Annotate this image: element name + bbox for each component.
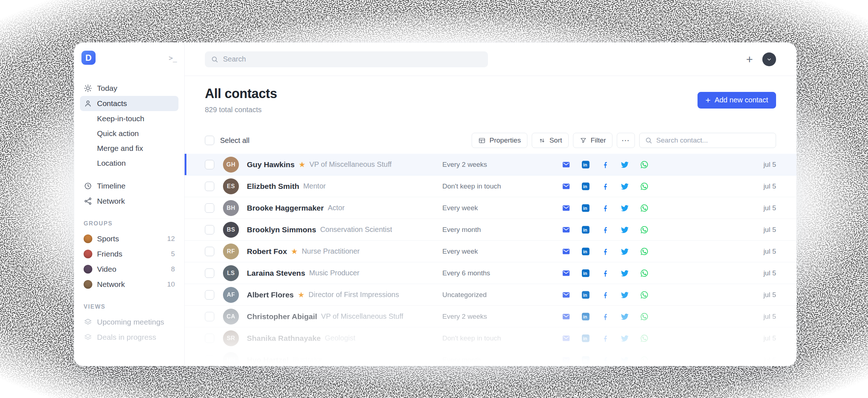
contact-row[interactable]: LS Laraina Stevens ★ Music Producer Ever…: [185, 262, 796, 284]
mail-icon[interactable]: [562, 356, 570, 364]
sidebar-item-timeline[interactable]: Timeline: [80, 178, 178, 194]
row-checkbox[interactable]: [205, 225, 214, 234]
contact-row[interactable]: CA Christopher Abigail ★ VP of Miscellan…: [185, 306, 796, 327]
mail-icon[interactable]: [562, 269, 570, 278]
row-checkbox[interactable]: [205, 312, 214, 321]
mail-icon[interactable]: [562, 182, 570, 191]
contact-row[interactable]: BH Brooke Haggermaker ★ Actor Every week…: [185, 197, 796, 219]
twitter-icon[interactable]: [620, 160, 629, 169]
whatsapp-icon[interactable]: [640, 269, 649, 278]
twitter-icon[interactable]: [620, 204, 629, 212]
more-options-button[interactable]: ⋯: [617, 133, 635, 148]
facebook-icon[interactable]: [601, 334, 610, 343]
facebook-icon[interactable]: [601, 247, 610, 256]
facebook-icon[interactable]: [601, 182, 610, 191]
contact-row[interactable]: AF Albert Flores ★ Director of First Imp…: [185, 284, 796, 306]
add-new-contact-button[interactable]: + Add new contact: [698, 92, 776, 109]
contact-row[interactable]: SR Shanika Rathnayake ★ Geologist Don't …: [185, 327, 796, 349]
linkedin-icon[interactable]: in: [581, 356, 590, 364]
row-checkbox[interactable]: [205, 182, 214, 191]
facebook-icon[interactable]: [601, 160, 610, 169]
row-checkbox[interactable]: [205, 334, 214, 343]
twitter-icon[interactable]: [620, 291, 629, 299]
facebook-icon[interactable]: [601, 291, 610, 299]
linkedin-icon[interactable]: in: [581, 225, 590, 234]
contact-row[interactable]: BS Brooklyn Simmons ★ Conservation Scien…: [185, 219, 796, 241]
whatsapp-icon[interactable]: [640, 160, 649, 169]
quick-add-button[interactable]: +: [746, 54, 753, 65]
group-item[interactable]: Friends 5: [80, 246, 178, 262]
sidebar-item-contacts[interactable]: Contacts: [80, 96, 178, 111]
facebook-icon[interactable]: [601, 356, 610, 364]
star-icon[interactable]: ★: [298, 291, 305, 298]
linkedin-icon[interactable]: in: [581, 204, 590, 212]
whatsapp-icon[interactable]: [640, 204, 649, 212]
mail-icon[interactable]: [562, 204, 570, 212]
facebook-icon[interactable]: [601, 269, 610, 278]
contact-search-input[interactable]: [656, 136, 771, 144]
mail-icon[interactable]: [562, 160, 570, 169]
sidebar-item-network[interactable]: Network: [80, 194, 178, 209]
row-checkbox[interactable]: [205, 355, 214, 365]
select-all-checkbox[interactable]: [205, 136, 214, 145]
properties-button[interactable]: Properties: [472, 133, 527, 148]
group-item[interactable]: Network 10: [80, 277, 178, 292]
sidebar-subitem[interactable]: Keep-in-touch: [80, 111, 178, 126]
linkedin-icon[interactable]: in: [581, 247, 590, 256]
row-checkbox[interactable]: [205, 268, 214, 278]
linkedin-icon[interactable]: in: [581, 182, 590, 191]
twitter-icon[interactable]: [620, 225, 629, 234]
facebook-icon[interactable]: [601, 225, 610, 234]
mail-icon[interactable]: [562, 247, 570, 256]
sidebar-subitem[interactable]: Merge and fix: [80, 141, 178, 156]
whatsapp-icon[interactable]: [640, 182, 649, 191]
twitter-icon[interactable]: [620, 247, 629, 256]
linkedin-icon[interactable]: in: [581, 312, 590, 321]
group-item[interactable]: Video 8: [80, 262, 178, 277]
whatsapp-icon[interactable]: [640, 247, 649, 256]
twitter-icon[interactable]: [620, 356, 629, 364]
star-icon[interactable]: ★: [299, 161, 306, 168]
mail-icon[interactable]: [562, 312, 570, 321]
linkedin-icon[interactable]: in: [581, 291, 590, 299]
linkedin-icon[interactable]: in: [581, 334, 590, 343]
contact-row[interactable]: GH Guy Hawkins ★ VP of Miscellaneous Stu…: [185, 154, 796, 175]
global-search[interactable]: [205, 51, 488, 67]
linkedin-icon[interactable]: in: [581, 160, 590, 169]
sidebar-subitem[interactable]: Location: [80, 156, 178, 170]
whatsapp-icon[interactable]: [640, 291, 649, 299]
twitter-icon[interactable]: [620, 182, 629, 191]
facebook-icon[interactable]: [601, 204, 610, 212]
group-item[interactable]: Sports 12: [80, 231, 178, 246]
mail-icon[interactable]: [562, 291, 570, 299]
sort-button[interactable]: Sort: [532, 133, 569, 148]
star-icon[interactable]: ★: [291, 247, 298, 255]
sidebar-item-today[interactable]: Today: [80, 81, 178, 96]
mail-icon[interactable]: [562, 225, 570, 234]
row-checkbox[interactable]: [205, 290, 214, 300]
whatsapp-icon[interactable]: [640, 356, 649, 364]
collapse-sidebar-icon[interactable]: >_: [169, 54, 177, 62]
filter-button[interactable]: Filter: [573, 133, 612, 148]
contact-row[interactable]: HH Hyo Hartzel ★ Illustrator Every month…: [185, 349, 796, 366]
app-logo[interactable]: D: [81, 51, 96, 65]
whatsapp-icon[interactable]: [640, 312, 649, 321]
facebook-icon[interactable]: [601, 312, 610, 321]
contact-row[interactable]: ES Elizbeth Smith ★ Mentor Don't keep in…: [185, 175, 796, 197]
contact-search[interactable]: [639, 133, 776, 148]
twitter-icon[interactable]: [620, 312, 629, 321]
mail-icon[interactable]: [562, 334, 570, 343]
sidebar-subitem[interactable]: Quick action: [80, 126, 178, 141]
row-checkbox[interactable]: [205, 247, 214, 256]
view-item[interactable]: Deals in progress: [80, 330, 178, 345]
global-search-input[interactable]: [223, 55, 482, 63]
row-checkbox[interactable]: [205, 203, 214, 213]
twitter-icon[interactable]: [620, 334, 629, 343]
whatsapp-icon[interactable]: [640, 225, 649, 234]
profile-menu-button[interactable]: [762, 52, 776, 66]
linkedin-icon[interactable]: in: [581, 269, 590, 278]
contact-row[interactable]: RF Robert Fox ★ Nurse Practitioner Every…: [185, 241, 796, 262]
view-item[interactable]: Upcoming meetings: [80, 314, 178, 330]
row-checkbox[interactable]: [205, 160, 214, 169]
whatsapp-icon[interactable]: [640, 334, 649, 343]
